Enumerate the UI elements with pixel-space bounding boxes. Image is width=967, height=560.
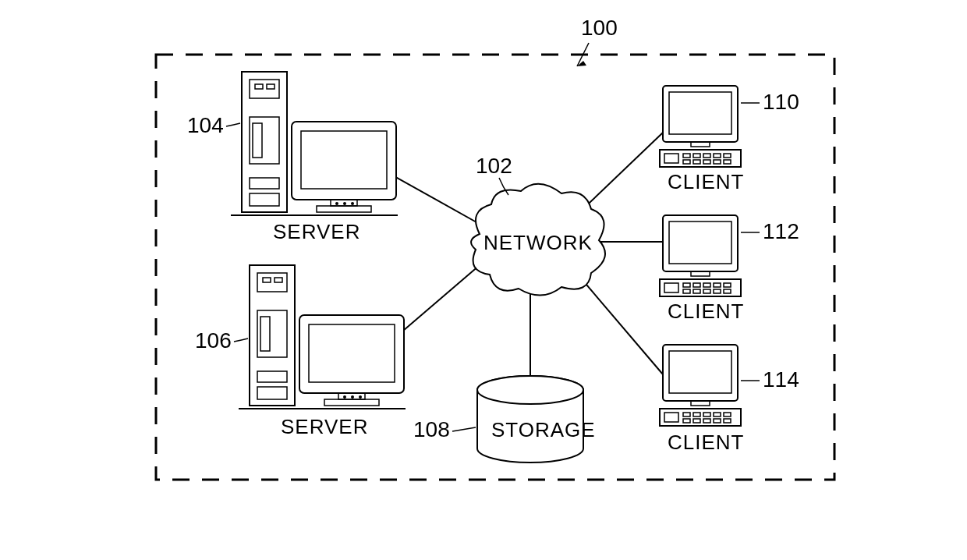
ref-110: 110 [763,90,799,114]
client-112-label: CLIENT [668,299,744,323]
server-104-label: SERVER [273,220,360,243]
server-106-label: SERVER [281,415,368,438]
ref-102: 102 [476,154,512,178]
svg-point-18 [343,202,346,205]
storage-icon: STORAGE [477,376,596,463]
svg-rect-20 [250,265,295,406]
svg-point-17 [335,202,338,205]
client-110 [660,86,741,167]
svg-rect-16 [317,206,371,212]
svg-rect-4 [242,72,287,212]
svg-rect-29 [299,315,404,393]
client-114-label: CLIENT [668,431,744,454]
svg-rect-52 [663,215,738,271]
network-cloud: NETWORK [471,184,605,296]
client-114 [660,345,741,426]
server-106 [239,265,406,409]
svg-rect-68 [663,345,738,401]
ref-114: 114 [763,367,799,392]
svg-point-19 [351,202,354,205]
svg-rect-13 [292,122,396,200]
link-server104-network [386,172,483,226]
svg-point-3 [477,376,583,404]
svg-rect-36 [663,86,738,142]
link-server106-network [398,265,480,335]
svg-point-35 [359,395,362,399]
network-label: NETWORK [483,231,593,254]
ref-108: 108 [413,417,450,441]
svg-point-33 [343,395,346,399]
client-112 [660,215,741,296]
storage-label: STORAGE [491,418,596,441]
client-110-label: CLIENT [668,170,744,193]
server-104 [231,72,398,215]
ref-104: 104 [187,113,224,137]
ref-100: 100 [581,16,618,40]
ref-112: 112 [763,219,799,243]
svg-point-34 [351,395,354,399]
network-diagram: 100 NETWORK 102 STORAGE 108 [0,0,967,560]
ref-106: 106 [195,328,232,353]
svg-rect-32 [324,399,379,406]
